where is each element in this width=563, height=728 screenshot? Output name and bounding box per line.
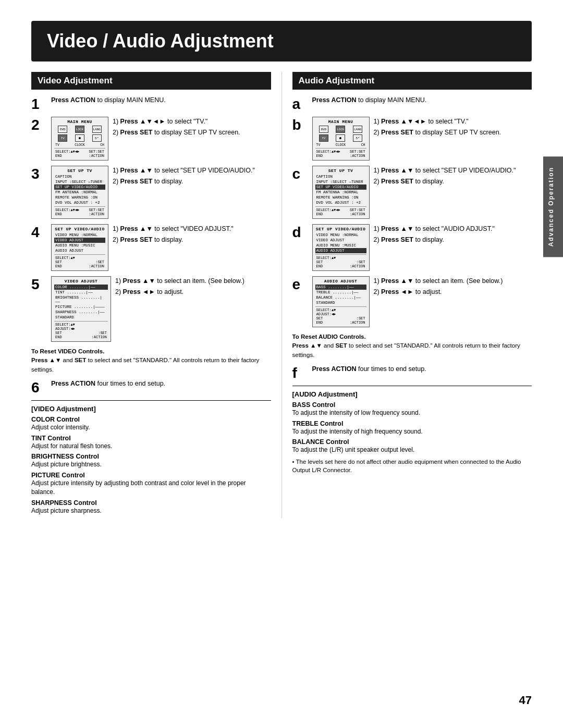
b-icon-ch: 5³ (353, 134, 362, 142)
video-step-3: 3 SET UP TV CAPTION INPUT :SELECT —TUNER… (31, 166, 271, 219)
step-2-number: 2 (31, 117, 47, 132)
step-1-text: Press ACTION to display MAIN MENU. (51, 96, 271, 105)
step-a-text: Press ACTION to display MAIN MENU. (312, 96, 532, 105)
audio-section-header: Audio Adjustment (292, 72, 532, 90)
step-2-substeps: 1) Press ▲▼◄► to select "TV." 2) Press S… (113, 117, 240, 139)
bass-control-desc: To adjust the intensity of low frequency… (292, 409, 532, 417)
step-e-screen: AUDIO ADJUST BASS ........|—— TREBLE ...… (312, 276, 370, 327)
step-b-letter: b (292, 117, 308, 132)
treble-control-desc: To adjust the intensity of high frequenc… (292, 427, 532, 436)
step-5-content: VIDEO ADJUST COLOR ........|—— TINT ....… (51, 276, 271, 342)
step-c-substeps: 1) Press ▲▼ to select "SET UP VIDEO/AUDI… (374, 166, 516, 188)
step-3-screen: SET UP TV CAPTION INPUT :SELECT —TUNER S… (51, 166, 108, 219)
video-step-2: 2 MAIN MENU DVD LOCK LANG TV ⏺ 5³ (31, 117, 271, 161)
color-control-title: COLOR Control (31, 416, 271, 423)
step-3-content: SET UP TV CAPTION INPUT :SELECT —TUNER S… (51, 166, 271, 219)
video-reset-note: To Reset VIDEO Controls. Press ▲▼ and SE… (31, 347, 271, 374)
b-icon-lang: LANG (353, 126, 362, 133)
step-b-screen: MAIN MENU DVD LOCK LANG TV ⏺ 5³ TVCLO (312, 117, 370, 161)
audio-step-a: a Press ACTION to display MAIN MENU. (292, 96, 532, 112)
step-5-substeps: 1) Press ▲▼ to select an item. (See belo… (115, 276, 244, 298)
step-5-screen: VIDEO ADJUST COLOR ........|—— TINT ....… (51, 276, 111, 342)
step-1-number: 1 (31, 96, 47, 112)
sharpness-control-desc: Adjust picture sharpness. (31, 507, 271, 515)
video-step-6: 6 Press ACTION four times to end setup. (31, 379, 271, 395)
step-5-number: 5 (31, 276, 47, 292)
b-icon-lock: LOCK (336, 126, 345, 133)
step-6-text: Press ACTION four times to end setup. (51, 379, 271, 389)
icon-ch: 5³ (92, 134, 102, 142)
step-2-screen: MAIN MENU DVD LOCK LANG TV ⏺ 5³ TVCLO (51, 117, 108, 161)
step-e-substeps: 1) Press ▲▼ to select an item. (See belo… (374, 276, 503, 298)
step-d-letter: d (292, 224, 308, 240)
page-number: 47 (519, 694, 532, 707)
b-icon-dvd: DVD (319, 126, 328, 133)
video-step-5: 5 VIDEO ADJUST COLOR ........|—— TINT ..… (31, 276, 271, 342)
tint-control-title: TINT Control (31, 435, 271, 442)
step-6-number: 6 (31, 379, 47, 395)
bass-control-title: BASS Control (292, 401, 532, 409)
step-e-letter: e (292, 276, 308, 292)
step-d-screen: SET UP VIDEO/AUDIO VIDEO MENU :NORMAL VI… (312, 224, 370, 271)
video-step-1: 1 Press ACTION to display MAIN MENU. (31, 96, 271, 112)
picture-control-desc: Adjust picture intensity by adjusting bo… (31, 479, 271, 497)
step-c-screen: SET UP TV CAPTION INPUT :SELECT —TUNER S… (312, 166, 370, 219)
step-c-content: SET UP TV CAPTION INPUT :SELECT —TUNER S… (312, 166, 532, 219)
step-4-screen: SET UP VIDEO/AUDIO VIDEO MENU :NORMAL VI… (51, 224, 108, 271)
column-divider (282, 72, 282, 518)
audio-adj-list: [AUDIO Adjustment] BASS Control To adjus… (292, 386, 532, 475)
audio-step-f: f Press ACTION four times to end setup. (292, 365, 532, 380)
color-control-desc: Adjust color intensity. (31, 423, 271, 432)
step-3-substeps: 1) Press ▲▼ to select "SET UP VIDEO/AUDI… (113, 166, 255, 188)
audio-step-c: c SET UP TV CAPTION INPUT :SELECT —TUNER… (292, 166, 532, 219)
brightness-control-title: BRIGHTNESS Control (31, 453, 271, 460)
video-section-header: Video Adjustment (31, 72, 271, 90)
picture-control-title: PICTURE Control (31, 472, 271, 479)
sharpness-control-title: SHARPNESS Control (31, 499, 271, 507)
step-4-substeps: 1) Press ▲▼ to select "VIDEO ADJUST." 2)… (113, 224, 234, 246)
step-b-substeps: 1) Press ▲▼◄► to select "TV." 2) Press S… (374, 117, 501, 139)
tint-control-desc: Adjust for natural flesh tones. (31, 442, 271, 451)
b-icon-rec: ⏺ (336, 134, 345, 142)
step-c-letter: c (292, 166, 308, 181)
step-f-letter: f (292, 365, 308, 380)
video-adjustment-column: Video Adjustment 1 Press ACTION to displ… (31, 72, 271, 518)
audio-bullet-note: The levels set here do not affect other … (292, 458, 532, 474)
step-4-number: 4 (31, 224, 47, 240)
step-4-content: SET UP VIDEO/AUDIO VIDEO MENU :NORMAL VI… (51, 224, 271, 271)
audio-step-b: b MAIN MENU DVD LOCK LANG TV ⏺ 5³ (292, 117, 532, 161)
icon-dvd: DVD (58, 126, 67, 133)
treble-control-title: TREBLE Control (292, 420, 532, 427)
balance-control-desc: To adjust the (L/R) unit speaker output … (292, 446, 532, 454)
video-adj-list: [VIDEO Adjustment] COLOR Control Adjust … (31, 400, 271, 515)
side-tab: Advanced Operation (543, 156, 563, 257)
video-step-4: 4 SET UP VIDEO/AUDIO VIDEO MENU :NORMAL … (31, 224, 271, 271)
step-e-content: AUDIO ADJUST BASS ........|—— TREBLE ...… (312, 276, 532, 327)
audio-adj-header: [AUDIO Adjustment] (292, 390, 532, 398)
b-icon-tv: TV (319, 134, 328, 142)
balance-control-title: BALANCE Control (292, 438, 532, 446)
step-2-content: MAIN MENU DVD LOCK LANG TV ⏺ 5³ TVCLO (51, 117, 271, 161)
step-d-content: SET UP VIDEO/AUDIO VIDEO MENU :NORMAL VI… (312, 224, 532, 271)
main-title: Video / Audio Adjustment (31, 21, 532, 61)
icon-tv: TV (58, 134, 67, 142)
audio-reset-note: To Reset AUDIO Controls. Press ▲▼ and SE… (292, 332, 532, 360)
step-d-substeps: 1) Press ▲▼ to select "AUDIO ADJUST." 2)… (374, 224, 495, 246)
step-f-text: Press ACTION four times to end setup. (312, 365, 532, 374)
page: Video / Audio Adjustment Video Adjustmen… (0, 0, 563, 728)
brightness-control-desc: Adjust picture brightness. (31, 460, 271, 469)
audio-adjustment-column: Audio Adjustment a Press ACTION to displ… (292, 72, 532, 518)
video-adj-header: [VIDEO Adjustment] (31, 405, 271, 413)
audio-step-e: e AUDIO ADJUST BASS ........|—— TREBLE .… (292, 276, 532, 327)
icon-lang: LANG (92, 126, 102, 133)
step-3-number: 3 (31, 166, 47, 181)
step-a-letter: a (292, 96, 308, 112)
icon-rec: ⏺ (75, 134, 84, 142)
step-b-content: MAIN MENU DVD LOCK LANG TV ⏺ 5³ TVCLO (312, 117, 532, 161)
icon-lock: LOCK (75, 126, 84, 133)
audio-step-d: d SET UP VIDEO/AUDIO VIDEO MENU :NORMAL … (292, 224, 532, 271)
